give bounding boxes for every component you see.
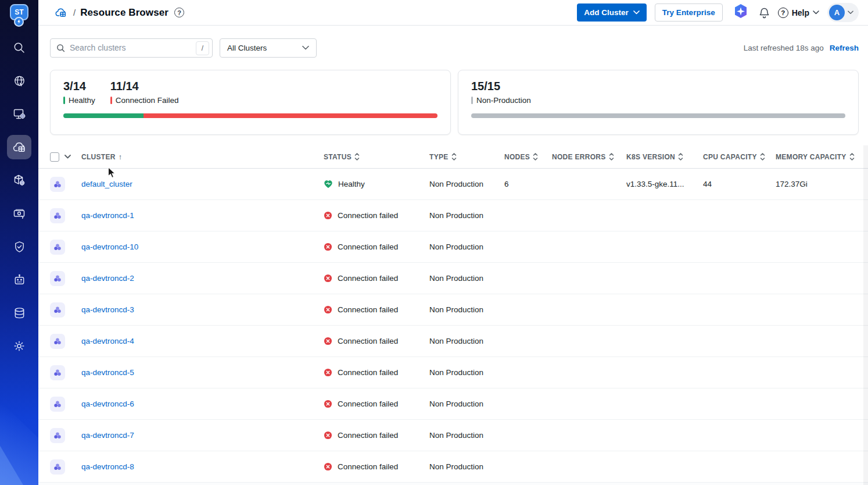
status-text: Connection failed <box>338 305 398 314</box>
status-icon <box>324 431 332 440</box>
table-row[interactable]: qa-devtroncd-7 Connection failed Non Pro… <box>38 420 868 451</box>
sidebar-item-monitor-gear[interactable] <box>7 102 31 126</box>
refresh-button[interactable]: Refresh <box>830 44 859 52</box>
cluster-name-link[interactable]: qa-devtroncd-6 <box>81 400 134 408</box>
column-label: K8S VERSION <box>626 153 675 161</box>
monitor-gear-icon <box>12 107 26 121</box>
add-cluster-button[interactable]: Add Cluster <box>577 3 647 22</box>
table-row[interactable]: qa-devtroncd-2 Connection failed Non Pro… <box>38 263 868 294</box>
filters-toolbar: / All Clusters Last refreshed 18s ago Re… <box>38 26 868 70</box>
health-summary-card: 3/14 Healthy 11/14 Connection Failed <box>50 70 451 135</box>
cluster-type: Non Production <box>429 462 504 471</box>
table-row[interactable]: qa-devtroncd-3 Connection failed Non Pro… <box>38 294 868 326</box>
column-label: NODES <box>504 153 530 161</box>
column-header-cpu-capacity[interactable]: CPU CAPACITY <box>703 153 776 161</box>
column-header-k8s-version[interactable]: K8S VERSION <box>626 153 703 161</box>
status-icon <box>324 180 333 188</box>
column-header-memory-capacity[interactable]: MEMORY CAPACITY <box>776 153 859 161</box>
try-enterprise-button[interactable]: Try Enterprise <box>655 3 723 22</box>
sidebar-item-globe[interactable] <box>7 69 31 93</box>
status-text: Connection failed <box>338 368 398 377</box>
page-title: Resource Browser <box>80 7 168 19</box>
cluster-name-link[interactable]: qa-devtroncd-5 <box>81 368 134 377</box>
healthy-label: Healthy <box>69 96 95 105</box>
status-icon <box>324 274 332 283</box>
search-icon <box>12 41 26 55</box>
status-text: Connection failed <box>338 337 398 345</box>
sidebar-item-resource-browser[interactable] <box>7 135 31 159</box>
status-text: Connection failed <box>338 211 398 220</box>
column-header-nodes[interactable]: NODES <box>504 153 552 161</box>
healthy-bar-segment <box>63 113 144 118</box>
sparkle-ai-icon[interactable] <box>731 2 751 24</box>
vertical-scrollbar[interactable] <box>863 145 868 485</box>
column-label: NODE ERRORS <box>552 153 606 161</box>
nodes-count: 6 <box>504 180 552 188</box>
table-row[interactable]: qa-devtroncd-4 Connection failed Non Pro… <box>38 326 868 357</box>
cube-gear-icon <box>12 173 26 187</box>
status-icon <box>324 400 332 408</box>
cluster-filter-value: All Clusters <box>227 44 267 52</box>
cluster-name-link[interactable]: qa-devtroncd-1 <box>81 211 134 220</box>
page-help-icon[interactable]: ? <box>174 8 184 17</box>
sidebar-item-settings[interactable] <box>7 334 31 358</box>
sort-icon <box>609 153 614 161</box>
cluster-name-link[interactable]: default_cluster <box>81 180 132 188</box>
table-row[interactable]: qa-devtroncd-5 Connection failed Non Pro… <box>38 357 868 388</box>
column-header-status[interactable]: STATUS <box>324 153 429 161</box>
cluster-icon <box>50 459 65 475</box>
user-menu[interactable]: A <box>827 3 859 22</box>
table-row[interactable]: qa-devtroncd-8 Connection failed Non Pro… <box>38 451 868 483</box>
help-menu[interactable]: ? Help <box>778 8 819 18</box>
cluster-name-link[interactable]: qa-devtroncd-7 <box>81 431 134 440</box>
select-menu-chevron-icon[interactable] <box>64 155 71 159</box>
sort-icon <box>451 153 457 161</box>
health-progress-bar <box>63 113 437 118</box>
select-all-checkbox[interactable] <box>50 152 59 162</box>
failed-marker <box>110 97 112 104</box>
avatar: A <box>829 5 845 20</box>
cluster-name-link[interactable]: qa-devtroncd-2 <box>81 274 134 283</box>
app-logo[interactable]: ST <box>9 4 30 27</box>
header-actions: Add Cluster Try Enterprise ? Help <box>577 2 859 24</box>
keyboard-shortcut-badge: / <box>196 41 209 55</box>
column-label: CPU CAPACITY <box>703 153 757 161</box>
column-header-cluster[interactable]: CLUSTER ↑ <box>81 152 324 161</box>
resource-browser-app: ST <box>0 0 868 485</box>
cluster-name-link[interactable]: qa-devtroncd-3 <box>81 305 134 314</box>
table-row[interactable]: qa-devtroncd-1 Connection failed Non Pro… <box>38 200 868 231</box>
gear-icon <box>12 339 26 353</box>
top-header-bar: / Resource Browser ? Add Cluster Try Ent… <box>38 0 868 26</box>
column-header-node-errors[interactable]: NODE ERRORS <box>552 153 626 161</box>
clusters-table: CLUSTER ↑ STATUS TYPE NODES NODE ERRORS <box>38 145 868 485</box>
search-clusters-box[interactable]: / <box>50 38 213 58</box>
cluster-name-link[interactable]: qa-devtroncd-10 <box>81 243 138 251</box>
cluster-filter-select[interactable]: All Clusters <box>220 38 317 58</box>
search-clusters-input[interactable] <box>70 43 192 52</box>
table-header-row: CLUSTER ↑ STATUS TYPE NODES NODE ERRORS <box>38 145 868 169</box>
cluster-type: Non Production <box>429 305 504 314</box>
cluster-icon <box>50 365 65 380</box>
cluster-type: Non Production <box>429 400 504 408</box>
column-header-type[interactable]: TYPE <box>429 153 504 161</box>
sidebar-item-database[interactable] <box>7 301 31 325</box>
table-row[interactable]: default_cluster Healthy Non Production 6… <box>38 169 868 200</box>
sidebar-item-search[interactable] <box>7 35 31 60</box>
refresh-area: Last refreshed 18s ago Refresh <box>744 44 859 52</box>
non-production-stat: 15/15 Non-Production <box>471 80 531 105</box>
sort-ascending-icon: ↑ <box>119 152 123 161</box>
sidebar-item-robot[interactable] <box>7 268 31 292</box>
cluster-icon <box>50 240 65 255</box>
sidebar-item-cube-gear[interactable] <box>7 168 31 192</box>
cluster-icon <box>50 177 65 192</box>
cluster-name-link[interactable]: qa-devtroncd-8 <box>81 462 134 471</box>
cluster-name-link[interactable]: qa-devtroncd-4 <box>81 337 134 345</box>
sidebar-item-shield-check[interactable] <box>7 234 31 259</box>
table-row[interactable]: qa-devtroncd-6 Connection failed Non Pro… <box>38 388 868 420</box>
status-text: Connection failed <box>338 243 398 251</box>
cluster-summary-cards: 3/14 Healthy 11/14 Connection Failed <box>38 70 868 135</box>
sidebar-item-cash-gear[interactable] <box>7 201 31 226</box>
notifications-bell-icon[interactable] <box>759 7 770 19</box>
table-row[interactable]: qa-devtroncd-10 Connection failed Non Pr… <box>38 231 868 263</box>
last-refreshed-text: Last refreshed 18s ago <box>744 44 824 52</box>
